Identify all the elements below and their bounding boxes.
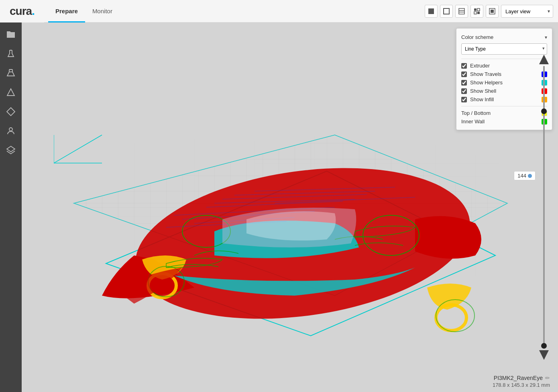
layer-icon2 <box>473 8 481 15</box>
inner-wall-row: Inner Wall <box>461 117 547 126</box>
flask2-icon <box>6 68 16 78</box>
svg-rect-1 <box>444 8 449 14</box>
wireframe-icon <box>443 8 450 15</box>
svg-line-56 <box>54 135 102 163</box>
show-helpers-row: Show Helpers <box>461 78 547 87</box>
svg-rect-8 <box>477 12 480 14</box>
line-type-dropdown[interactable]: Line Type <box>461 43 547 55</box>
svg-rect-6 <box>477 8 480 11</box>
show-helpers-label: Show Helpers <box>470 80 538 86</box>
layer-view-button2[interactable] <box>470 5 483 18</box>
status-filename-row: PI3MK2_RavenEye ✏ <box>493 375 550 381</box>
show-travels-row: Show Travels <box>461 70 547 78</box>
show-infill-label: Show Infill <box>470 96 538 102</box>
sidebar-item-settings2[interactable] <box>2 64 20 82</box>
extruder-row: Extruder <box>461 61 547 70</box>
flask-icon <box>6 49 16 59</box>
show-infill-row: Show Infill <box>461 95 547 104</box>
layer-badge: 144 <box>514 171 536 180</box>
sidebar-item-prepare[interactable] <box>2 45 20 63</box>
tab-prepare[interactable]: Prepare <box>48 0 85 22</box>
solid-view-icon <box>428 8 435 15</box>
sidebar <box>0 22 22 392</box>
tab-monitor-label: Monitor <box>92 8 112 14</box>
show-helpers-checkbox[interactable] <box>461 80 467 86</box>
logo: cura. <box>0 0 44 22</box>
view-dropdown[interactable]: Layer view <box>501 5 553 18</box>
sidebar-item-user[interactable] <box>2 122 20 140</box>
svg-rect-7 <box>474 12 477 14</box>
svg-rect-5 <box>474 8 477 11</box>
header: cura. Prepare Monitor <box>0 0 558 22</box>
show-infill-checkbox[interactable] <box>461 97 467 102</box>
svg-marker-15 <box>7 146 15 152</box>
extruder-label: Extruder <box>470 63 547 69</box>
status-filename-text: PI3MK2_RavenEye <box>494 375 543 381</box>
layer-slider-track[interactable] <box>543 66 545 349</box>
layer-slider-container <box>538 55 550 360</box>
status-dimensions: 178.8 x 145.3 x 29.1 mm <box>493 382 550 388</box>
layer-slider-up-arrow[interactable] <box>539 55 549 64</box>
line-type-dropdown-row: Line Type <box>461 42 547 56</box>
extruder-checkbox[interactable] <box>461 63 467 69</box>
show-travels-label: Show Travels <box>470 71 538 77</box>
status-bar: PI3MK2_RavenEye ✏ 178.8 x 145.3 x 29.1 m… <box>493 375 550 388</box>
svg-marker-12 <box>7 89 14 96</box>
svg-point-14 <box>9 128 12 131</box>
inner-wall-label: Inner Wall <box>461 118 538 125</box>
tab-prepare-label: Prepare <box>55 8 78 14</box>
nav-tabs: Prepare Monitor <box>48 0 120 22</box>
viewport[interactable]: Color scheme ▾ Line Type Extruder Show T… <box>22 22 558 392</box>
layer-value: 144 <box>517 173 526 179</box>
tab-monitor[interactable]: Monitor <box>85 0 120 22</box>
show-shell-row: Show Shell <box>461 87 547 95</box>
logo-text: cura. <box>10 5 35 18</box>
wireframe-view-button[interactable] <box>440 5 453 18</box>
layer-icon1 <box>458 8 465 15</box>
color-scheme-row: Color scheme ▾ <box>461 33 547 42</box>
layer-icon3 <box>489 8 496 15</box>
triangle-icon <box>6 88 16 97</box>
sidebar-item-support[interactable] <box>2 84 20 101</box>
top-bottom-label: Top / Bottom <box>461 110 538 116</box>
diamond-icon <box>6 107 16 116</box>
svg-marker-13 <box>7 108 15 116</box>
svg-rect-0 <box>428 8 434 14</box>
layers-icon <box>6 145 16 155</box>
legends-section: Top / Bottom Inner Wall <box>461 106 547 126</box>
folder-icon <box>6 30 16 39</box>
layer-view-button3[interactable] <box>486 5 499 18</box>
view-dropdown-wrapper: Layer view <box>501 5 553 18</box>
color-scheme-chevron: ▾ <box>545 35 547 40</box>
svg-rect-10 <box>491 10 494 13</box>
top-bottom-row: Top / Bottom <box>461 109 547 117</box>
svg-point-41 <box>436 305 466 331</box>
layer-view-button1[interactable] <box>455 5 468 18</box>
layer-slider-thumb-top[interactable] <box>541 108 547 114</box>
show-shell-label: Show Shell <box>470 88 538 94</box>
edit-icon[interactable]: ✏ <box>545 375 550 381</box>
logo-dot: . <box>32 5 35 17</box>
toolbar-right: Layer view <box>425 0 558 22</box>
color-scheme-label: Color scheme <box>461 34 493 40</box>
show-travels-checkbox[interactable] <box>461 71 467 77</box>
layer-badge-circle <box>528 174 532 178</box>
solid-view-button[interactable] <box>425 5 438 18</box>
layer-slider-down-arrow[interactable] <box>539 350 549 360</box>
line-type-dropdown-wrapper: Line Type <box>461 43 547 55</box>
sidebar-item-slice[interactable] <box>2 141 20 159</box>
logo-cura: cura <box>10 5 32 17</box>
show-shell-checkbox[interactable] <box>461 88 467 94</box>
sidebar-item-diamond[interactable] <box>2 103 20 120</box>
sidebar-item-files[interactable] <box>2 26 20 43</box>
checkboxes-section: Extruder Show Travels Show Helpers Show … <box>461 59 547 104</box>
user-icon <box>6 126 16 136</box>
model-viewport-svg <box>54 63 515 364</box>
svg-rect-2 <box>459 8 464 14</box>
layer-slider-thumb-bottom[interactable] <box>541 343 547 349</box>
